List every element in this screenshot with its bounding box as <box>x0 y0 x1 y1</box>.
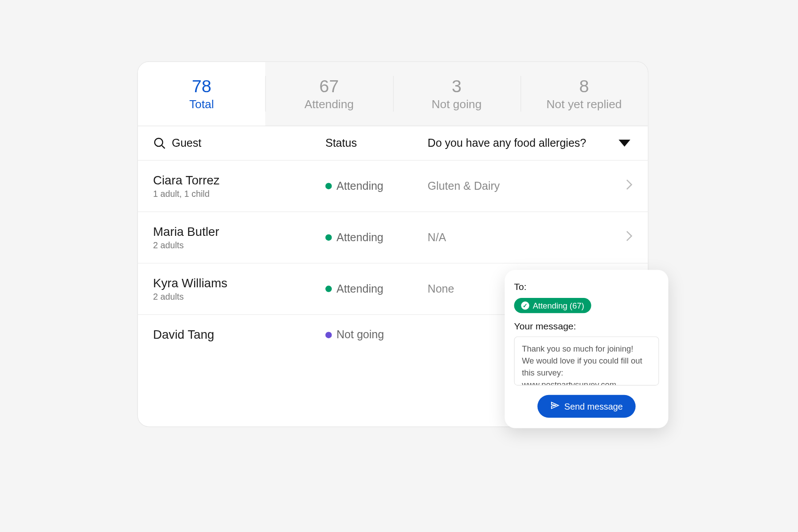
column-allergies[interactable]: Do you have any food allergies? <box>428 137 633 149</box>
status-dot-icon <box>325 183 332 189</box>
guest-status-label: Attending <box>336 180 383 192</box>
tab-total-count: 78 <box>192 77 211 97</box>
tab-notgoing-count: 3 <box>452 77 462 97</box>
guest-status-label: Attending <box>336 231 383 244</box>
send-message-button[interactable]: Send message <box>537 395 635 418</box>
send-icon <box>550 401 559 412</box>
tab-notreplied-count: 8 <box>579 77 589 97</box>
message-label: Your message: <box>514 321 659 332</box>
to-label: To: <box>514 282 659 292</box>
recipient-pill-label: Attending (67) <box>533 301 584 310</box>
tab-not-going[interactable]: 3 Not going <box>393 62 520 126</box>
guest-status-label: Attending <box>336 282 383 295</box>
guest-name: Kyra Williams <box>153 276 325 290</box>
tab-notgoing-label: Not going <box>432 98 482 111</box>
recipient-pill[interactable]: ✓ Attending (67) <box>514 298 591 313</box>
chevron-right-icon[interactable] <box>626 230 633 245</box>
search-icon[interactable] <box>153 137 166 149</box>
column-guest-label: Guest <box>172 137 201 149</box>
table-row[interactable]: Maria Butler 2 adults Attending N/A <box>138 212 648 263</box>
tab-total-label: Total <box>189 98 214 111</box>
tab-attending[interactable]: 67 Attending <box>266 62 393 126</box>
chevron-down-icon[interactable] <box>618 140 630 147</box>
summary-tabs: 78 Total 67 Attending 3 Not going 8 Not … <box>138 62 648 126</box>
guest-allergy: Gluten & Dairy <box>428 180 626 192</box>
guest-status: Not going <box>325 329 428 341</box>
guest-status: Attending <box>325 180 428 192</box>
tab-total[interactable]: 78 Total <box>138 62 266 126</box>
svg-line-1 <box>162 145 165 149</box>
column-status-label[interactable]: Status <box>325 137 428 149</box>
guest-name: Maria Butler <box>153 225 325 239</box>
status-dot-icon <box>325 286 332 292</box>
tab-notreplied-label: Not yet replied <box>547 98 622 111</box>
column-guest[interactable]: Guest <box>153 137 325 149</box>
table-header: Guest Status Do you have any food allerg… <box>138 126 648 161</box>
chevron-right-icon[interactable] <box>626 179 633 193</box>
send-button-label: Send message <box>564 401 623 411</box>
message-textarea[interactable] <box>514 336 659 386</box>
guest-status-label: Not going <box>336 329 384 341</box>
guest-detail: 1 adult, 1 child <box>153 189 325 199</box>
check-circle-icon: ✓ <box>521 301 529 309</box>
svg-point-0 <box>155 138 163 146</box>
tab-attending-label: Attending <box>305 98 354 111</box>
guest-status: Attending <box>325 231 428 244</box>
status-dot-icon <box>325 234 332 240</box>
status-dot-icon <box>325 332 332 338</box>
send-message-panel: To: ✓ Attending (67) Your message: Send … <box>505 270 668 428</box>
table-row[interactable]: Ciara Torrez 1 adult, 1 child Attending … <box>138 160 648 212</box>
guest-detail: 2 adults <box>153 292 325 301</box>
tab-not-replied[interactable]: 8 Not yet replied <box>520 62 648 126</box>
guest-detail: 2 adults <box>153 240 325 250</box>
guest-allergy: N/A <box>428 231 626 244</box>
guest-name: David Tang <box>153 328 325 342</box>
guest-name: Ciara Torrez <box>153 173 325 188</box>
column-allergies-label: Do you have any food allergies? <box>428 137 587 149</box>
guest-status: Attending <box>325 282 428 295</box>
tab-attending-count: 67 <box>319 77 339 97</box>
